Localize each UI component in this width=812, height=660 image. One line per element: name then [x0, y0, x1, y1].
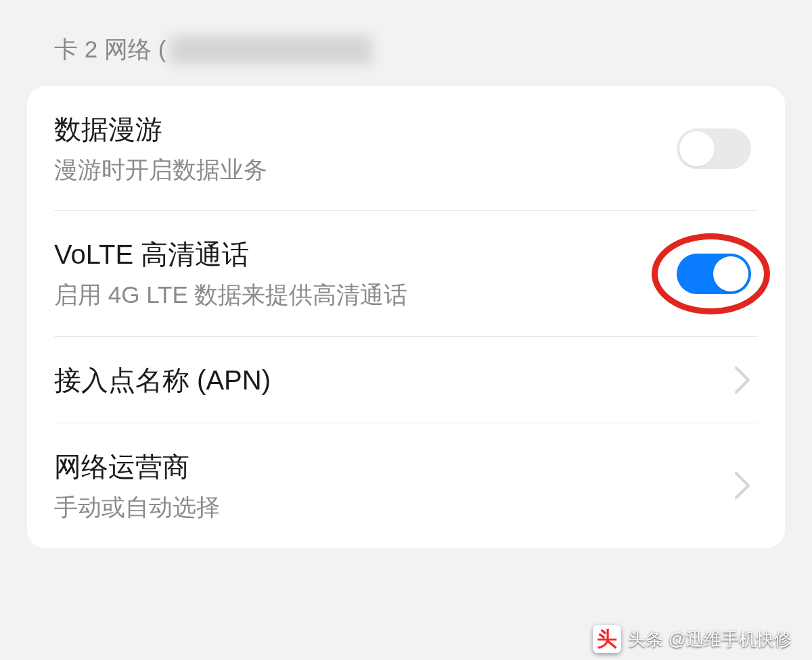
volte-row[interactable]: VoLTE 高清通话 启用 4G LTE 数据来提供高清通话 [27, 211, 785, 336]
data-roaming-toggle[interactable] [677, 128, 751, 169]
toggle-knob [679, 131, 715, 166]
data-roaming-row[interactable]: 数据漫游 漫游时开启数据业务 [27, 86, 785, 211]
section-header-text: 卡 2 网络 ( [54, 34, 166, 66]
volte-text: VoLTE 高清通话 启用 4G LTE 数据来提供高清通话 [54, 237, 677, 310]
volte-subtitle: 启用 4G LTE 数据来提供高清通话 [54, 279, 677, 310]
carrier-title: 网络运营商 [54, 449, 734, 484]
chevron-right-icon [734, 365, 751, 395]
watermark: 头 头条 @迅维手机快修 [593, 625, 792, 653]
data-roaming-text: 数据漫游 漫游时开启数据业务 [54, 112, 677, 185]
carrier-row[interactable]: 网络运营商 手动或自动选择 [27, 423, 785, 548]
toggle-knob [713, 256, 748, 291]
data-roaming-subtitle: 漫游时开启数据业务 [54, 154, 677, 185]
data-roaming-title: 数据漫游 [54, 112, 677, 147]
chevron-right-icon [734, 471, 751, 500]
apn-title: 接入点名称 (APN) [54, 362, 734, 398]
blurred-carrier-name [170, 36, 373, 64]
volte-toggle[interactable] [677, 254, 751, 294]
carrier-text: 网络运营商 手动或自动选择 [54, 449, 734, 523]
volte-title: VoLTE 高清通话 [54, 237, 677, 272]
watermark-logo-icon: 头 [593, 625, 621, 653]
watermark-text: 头条 @迅维手机快修 [628, 628, 792, 651]
apn-row[interactable]: 接入点名称 (APN) [27, 337, 785, 423]
carrier-subtitle: 手动或自动选择 [54, 491, 734, 523]
section-header: 卡 2 网络 ( [27, 20, 785, 86]
apn-text: 接入点名称 (APN) [54, 362, 734, 398]
settings-card: 数据漫游 漫游时开启数据业务 VoLTE 高清通话 启用 4G LTE 数据来提… [27, 86, 785, 548]
